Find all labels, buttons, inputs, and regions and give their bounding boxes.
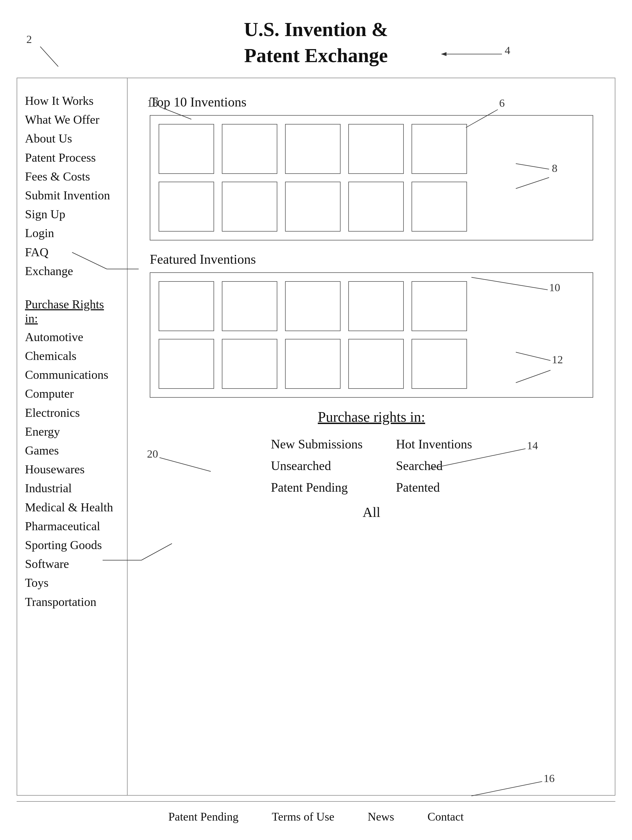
purchase-rights-heading: Purchase Rights in: xyxy=(25,297,119,325)
top10-label: Top 10 Inventions xyxy=(150,94,593,109)
purchase-hot-inventions[interactable]: Hot Inventions xyxy=(396,433,472,455)
header: U.S. Invention & Patent Exchange xyxy=(0,0,632,77)
category-industrial[interactable]: Industrial xyxy=(25,479,119,498)
nav-item-patent-process[interactable]: Patent Process xyxy=(25,148,119,167)
nav-item-how-it-works[interactable]: How It Works xyxy=(25,92,119,111)
purchase-new-submissions[interactable]: New Submissions xyxy=(271,433,363,455)
footer: Patent Pending Terms of Use News Contact xyxy=(17,801,615,823)
category-energy[interactable]: Energy xyxy=(25,422,119,441)
purchase-col-left: New Submissions Unsearched Patent Pendin… xyxy=(271,433,363,499)
nav-item-about-us[interactable]: About Us xyxy=(25,129,119,148)
category-software[interactable]: Software xyxy=(25,555,119,573)
top10-row1 xyxy=(159,124,584,174)
nav-item-what-we-offer[interactable]: What We Offer xyxy=(25,111,119,129)
top10-box-4[interactable] xyxy=(348,124,404,174)
category-medical-health[interactable]: Medical & Health xyxy=(25,498,119,517)
nav-item-submit-invention[interactable]: Submit Invention xyxy=(25,186,119,205)
main-content: Top 10 Inventions Featured Inventions xyxy=(128,77,615,796)
top10-box-7[interactable] xyxy=(222,182,277,232)
top10-row2 xyxy=(159,182,584,232)
top10-grid xyxy=(150,115,593,240)
featured-box-6[interactable] xyxy=(159,339,214,389)
category-list: Automotive Chemicals Communications Comp… xyxy=(25,328,119,611)
featured-box-3[interactable] xyxy=(285,281,341,331)
purchase-all[interactable]: All xyxy=(150,504,593,520)
purchase-unsearched[interactable]: Unsearched xyxy=(271,455,363,477)
category-toys[interactable]: Toys xyxy=(25,573,119,592)
category-sporting-goods[interactable]: Sporting Goods xyxy=(25,536,119,555)
category-communications[interactable]: Communications xyxy=(25,366,119,384)
site-title: U.S. Invention & Patent Exchange xyxy=(0,17,632,68)
featured-row2 xyxy=(159,339,584,389)
featured-box-7[interactable] xyxy=(222,339,277,389)
featured-box-2[interactable] xyxy=(222,281,277,331)
featured-grid xyxy=(150,272,593,398)
purchase-patented[interactable]: Patented xyxy=(396,477,472,498)
featured-box-8[interactable] xyxy=(285,339,341,389)
category-games[interactable]: Games xyxy=(25,441,119,460)
purchase-grid: New Submissions Unsearched Patent Pendin… xyxy=(150,433,593,499)
purchase-searched[interactable]: Searched xyxy=(396,455,472,477)
nav-item-login[interactable]: Login xyxy=(25,224,119,243)
featured-label: Featured Inventions xyxy=(150,251,593,267)
nav-item-faq[interactable]: FAQ xyxy=(25,243,119,262)
top10-box-6[interactable] xyxy=(159,182,214,232)
purchase-patent-pending[interactable]: Patent Pending xyxy=(271,477,363,498)
footer-links: Patent Pending Terms of Use News Contact xyxy=(17,810,615,823)
featured-row1 xyxy=(159,281,584,331)
nav-item-fees-costs[interactable]: Fees & Costs xyxy=(25,167,119,186)
top10-box-10[interactable] xyxy=(412,182,467,232)
footer-news[interactable]: News xyxy=(368,810,394,823)
nav-item-sign-up[interactable]: Sign Up xyxy=(25,205,119,224)
featured-box-4[interactable] xyxy=(348,281,404,331)
top10-box-3[interactable] xyxy=(285,124,341,174)
top10-box-5[interactable] xyxy=(412,124,467,174)
featured-box-10[interactable] xyxy=(412,339,467,389)
category-pharmaceutical[interactable]: Pharmaceutical xyxy=(25,517,119,536)
featured-box-9[interactable] xyxy=(348,339,404,389)
category-chemicals[interactable]: Chemicals xyxy=(25,347,119,366)
purchase-rights-title: Purchase rights in: xyxy=(150,409,593,425)
category-housewares[interactable]: Housewares xyxy=(25,460,119,479)
sidebar: How It Works What We Offer About Us Pate… xyxy=(17,77,128,796)
footer-patent-pending[interactable]: Patent Pending xyxy=(168,810,239,823)
category-transportation[interactable]: Transportation xyxy=(25,593,119,611)
footer-terms-of-use[interactable]: Terms of Use xyxy=(272,810,335,823)
footer-contact[interactable]: Contact xyxy=(427,810,464,823)
nav-menu: How It Works What We Offer About Us Pate… xyxy=(25,92,119,281)
top10-box-2[interactable] xyxy=(222,124,277,174)
category-computer[interactable]: Computer xyxy=(25,384,119,403)
featured-box-5[interactable] xyxy=(412,281,467,331)
top10-box-9[interactable] xyxy=(348,182,404,232)
nav-item-exchange[interactable]: Exchange xyxy=(25,262,119,281)
featured-box-1[interactable] xyxy=(159,281,214,331)
category-electronics[interactable]: Electronics xyxy=(25,404,119,422)
purchase-col-right: Hot Inventions Searched Patented xyxy=(396,433,472,499)
category-automotive[interactable]: Automotive xyxy=(25,328,119,347)
top10-box-1[interactable] xyxy=(159,124,214,174)
purchase-section: Purchase rights in: New Submissions Unse… xyxy=(150,409,593,520)
top10-box-8[interactable] xyxy=(285,182,341,232)
